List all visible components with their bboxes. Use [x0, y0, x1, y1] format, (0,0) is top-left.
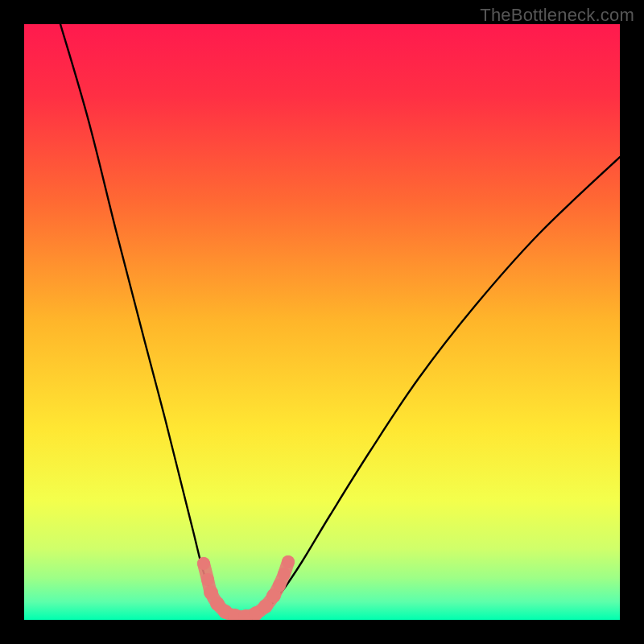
chart-background	[24, 24, 620, 620]
marker-band-dot	[278, 568, 291, 580]
bottleneck-chart	[24, 24, 620, 620]
marker-band-dot	[197, 557, 210, 570]
marker-band-dot	[201, 573, 214, 586]
watermark-label: TheBottleneck.com	[480, 5, 634, 26]
marker-band-dot	[273, 579, 286, 592]
marker-band-dot	[282, 555, 295, 568]
